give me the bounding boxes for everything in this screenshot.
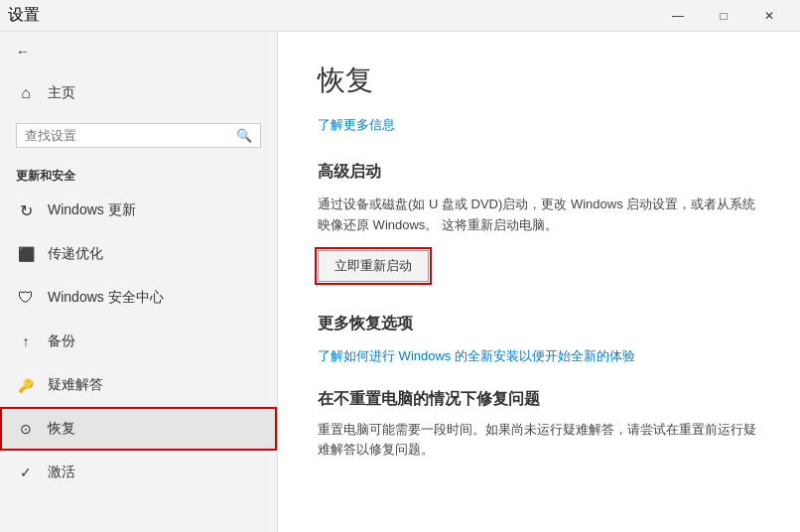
shield-icon: 🛡 bbox=[16, 288, 36, 308]
sidebar-item-delivery-optimization[interactable]: ⬛ 传递优化 bbox=[0, 232, 277, 276]
title-bar: 设置 — □ ✕ bbox=[0, 0, 800, 32]
section-title: 更新和安全 bbox=[0, 156, 277, 189]
page-title: 恢复 bbox=[318, 62, 760, 99]
sidebar-item-label: Windows 安全中心 bbox=[48, 289, 164, 307]
more-options-section: 更多恢复选项 了解如何进行 Windows 的全新安装以便开始全新的体验 bbox=[318, 314, 760, 365]
title-bar-left: 设置 bbox=[8, 5, 40, 26]
sidebar-item-home[interactable]: ⌂ 主页 bbox=[0, 71, 277, 115]
search-input[interactable] bbox=[25, 128, 236, 143]
restart-now-button[interactable]: 立即重新启动 bbox=[318, 250, 429, 282]
home-label: 主页 bbox=[48, 84, 75, 102]
learn-more-link[interactable]: 了解更多信息 bbox=[318, 116, 395, 134]
sidebar-item-windows-security[interactable]: 🛡 Windows 安全中心 bbox=[0, 276, 277, 320]
sidebar-item-troubleshoot[interactable]: 🔑 疑难解答 bbox=[0, 363, 277, 407]
main-layout: ← ⌂ 主页 🔍 更新和安全 ↻ Windows 更新 ⬛ 传递优化 🛡 Win… bbox=[0, 32, 800, 532]
sidebar-item-label: Windows 更新 bbox=[48, 201, 136, 219]
sidebar: ← ⌂ 主页 🔍 更新和安全 ↻ Windows 更新 ⬛ 传递优化 🛡 Win… bbox=[0, 32, 278, 532]
sidebar-item-recovery[interactable]: ⊙ 恢复 bbox=[0, 407, 277, 451]
sidebar-item-activation[interactable]: ✓ 激活 bbox=[0, 451, 277, 494]
delivery-optimization-icon: ⬛ bbox=[16, 244, 36, 264]
activation-icon: ✓ bbox=[16, 463, 36, 482]
close-button[interactable]: ✕ bbox=[746, 0, 792, 32]
backup-icon: ↑ bbox=[16, 332, 36, 351]
maximize-button[interactable]: □ bbox=[701, 0, 746, 32]
title-bar-title: 设置 bbox=[8, 5, 40, 26]
search-icon: 🔍 bbox=[236, 128, 252, 143]
sidebar-item-label: 恢复 bbox=[48, 420, 75, 438]
search-box[interactable]: 🔍 bbox=[16, 123, 261, 148]
recovery-icon: ⊙ bbox=[16, 419, 36, 439]
advanced-startup-desc: 通过设备或磁盘(如 U 盘或 DVD)启动，更改 Windows 启动设置，或者… bbox=[318, 195, 760, 236]
sidebar-item-label: 传递优化 bbox=[48, 245, 103, 263]
fix-without-reset-desc: 重置电脑可能需要一段时间。如果尚未运行疑难解答，请尝试在重置前运行疑难解答以修复… bbox=[318, 420, 760, 462]
content-area: 恢复 了解更多信息 高级启动 通过设备或磁盘(如 U 盘或 DVD)启动，更改 … bbox=[278, 32, 800, 532]
advanced-startup-heading: 高级启动 bbox=[318, 162, 760, 183]
back-button[interactable]: ← bbox=[0, 32, 277, 71]
sidebar-item-label: 激活 bbox=[48, 464, 75, 481]
minimize-button[interactable]: — bbox=[655, 0, 701, 32]
home-icon: ⌂ bbox=[16, 83, 36, 103]
back-icon: ← bbox=[16, 44, 30, 60]
fix-without-reset-heading: 在不重置电脑的情况下修复问题 bbox=[318, 389, 760, 410]
windows-update-icon: ↻ bbox=[16, 200, 36, 220]
more-options-heading: 更多恢复选项 bbox=[318, 314, 760, 334]
sidebar-item-windows-update[interactable]: ↻ Windows 更新 bbox=[0, 189, 277, 232]
sidebar-item-backup[interactable]: ↑ 备份 bbox=[0, 320, 277, 363]
sidebar-item-label: 疑难解答 bbox=[48, 376, 103, 394]
sidebar-item-label: 备份 bbox=[48, 332, 75, 350]
troubleshoot-icon: 🔑 bbox=[16, 375, 36, 395]
fresh-install-link[interactable]: 了解如何进行 Windows 的全新安装以便开始全新的体验 bbox=[318, 348, 635, 363]
title-bar-controls: — □ ✕ bbox=[655, 0, 792, 32]
